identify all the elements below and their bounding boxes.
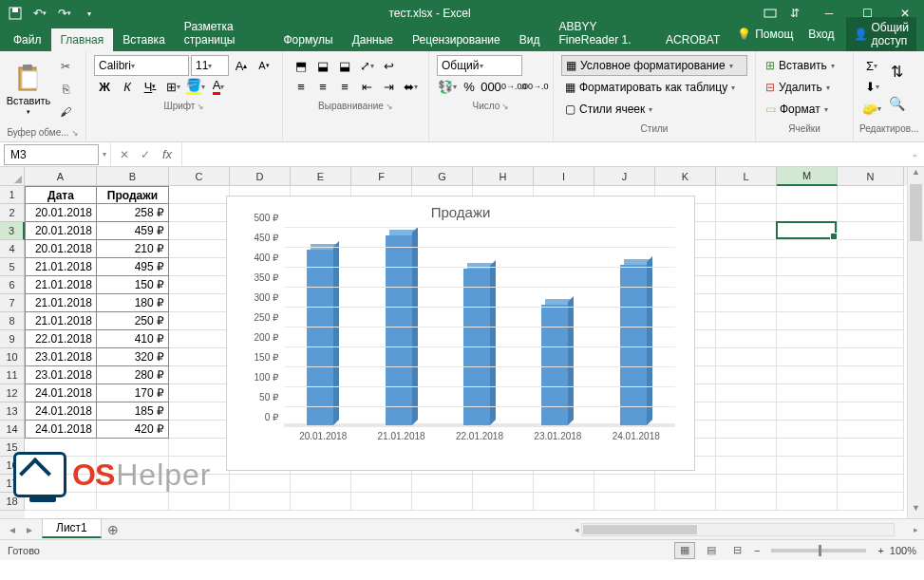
tab-acrobat[interactable]: ACROBAT xyxy=(656,28,729,51)
row-header[interactable]: 4 xyxy=(0,240,25,258)
cell[interactable] xyxy=(838,421,904,439)
cell[interactable] xyxy=(838,222,904,240)
underline-button[interactable]: Ч▾ xyxy=(140,76,160,97)
cut-icon[interactable]: ✂ xyxy=(55,56,76,77)
cell[interactable] xyxy=(716,475,777,493)
cell[interactable]: 20.01.2018 xyxy=(25,240,97,258)
shrink-font-icon[interactable]: A▾ xyxy=(254,55,274,76)
cell[interactable]: Продажи xyxy=(97,186,169,204)
col-header[interactable]: H xyxy=(473,167,534,186)
font-size-combo[interactable]: 11 xyxy=(191,55,229,76)
cell[interactable] xyxy=(716,348,777,366)
row-header[interactable]: 6 xyxy=(0,276,25,294)
col-header[interactable]: C xyxy=(169,167,230,186)
cell[interactable] xyxy=(594,493,655,511)
cell[interactable] xyxy=(473,493,534,511)
cell[interactable] xyxy=(97,439,169,457)
align-left-icon[interactable]: ≡ xyxy=(291,76,311,97)
cell[interactable] xyxy=(716,384,777,402)
row-header[interactable]: 17 xyxy=(0,475,25,493)
row-header[interactable]: 2 xyxy=(0,204,25,222)
row-headers[interactable]: 123456789101112131415161718 xyxy=(0,186,25,518)
cell[interactable] xyxy=(777,366,838,384)
cell[interactable] xyxy=(169,421,230,439)
cell[interactable]: 280 ₽ xyxy=(97,366,169,384)
cell[interactable] xyxy=(777,276,838,294)
cell[interactable] xyxy=(97,493,169,511)
cell[interactable] xyxy=(716,402,777,421)
cell[interactable] xyxy=(169,384,230,402)
cell[interactable] xyxy=(777,439,838,457)
undo-icon[interactable]: ↶▾ xyxy=(28,2,51,25)
cell[interactable]: 20.01.2018 xyxy=(25,204,97,222)
cell[interactable] xyxy=(777,384,838,402)
zoom-in-icon[interactable]: + xyxy=(877,545,883,556)
accounting-icon[interactable]: 💱 xyxy=(437,76,458,97)
cell[interactable] xyxy=(25,493,97,511)
cell[interactable] xyxy=(716,222,777,240)
cell[interactable] xyxy=(838,348,904,366)
cell[interactable]: 250 ₽ xyxy=(97,312,169,330)
tab-file[interactable]: Файл xyxy=(4,28,51,51)
row-header[interactable]: 5 xyxy=(0,258,25,276)
font-color-icon[interactable]: A xyxy=(208,76,229,97)
cell[interactable] xyxy=(838,439,904,457)
cell[interactable] xyxy=(716,276,777,294)
cell[interactable] xyxy=(716,421,777,439)
cell[interactable] xyxy=(838,330,904,348)
page-layout-view-icon[interactable]: ▤ xyxy=(701,542,722,559)
cell[interactable] xyxy=(97,475,169,493)
cell[interactable] xyxy=(716,457,777,475)
fx-icon[interactable]: fx xyxy=(157,147,178,161)
cell[interactable] xyxy=(777,258,838,276)
cell[interactable] xyxy=(777,330,838,348)
cell[interactable]: 23.01.2018 xyxy=(25,366,97,384)
cell[interactable] xyxy=(716,312,777,330)
col-header[interactable]: G xyxy=(412,167,473,186)
sheet-nav-next-icon[interactable]: ▸ xyxy=(21,519,38,539)
qat-customize-icon[interactable]: ▾ xyxy=(78,2,101,25)
cell[interactable]: 23.01.2018 xyxy=(25,348,97,366)
tab-вставка[interactable]: Вставка xyxy=(113,28,175,51)
cell[interactable] xyxy=(716,294,777,312)
cell[interactable] xyxy=(838,384,904,402)
cell[interactable] xyxy=(291,493,351,511)
row-header[interactable]: 16 xyxy=(0,457,25,475)
tab-вид[interactable]: Вид xyxy=(510,28,550,51)
find-select-icon[interactable]: 🔍 xyxy=(886,87,907,120)
cell[interactable] xyxy=(838,294,904,312)
sheet-nav-prev-icon[interactable]: ◂ xyxy=(4,519,21,539)
tell-me[interactable]: 💡 Помощ xyxy=(729,24,801,45)
cell[interactable]: 22.01.2018 xyxy=(25,330,97,348)
cell[interactable] xyxy=(777,204,838,222)
col-header[interactable]: M xyxy=(777,167,838,186)
borders-icon[interactable]: ⊞ xyxy=(162,76,183,97)
cell[interactable] xyxy=(716,240,777,258)
align-center-icon[interactable]: ≡ xyxy=(312,76,333,97)
cell[interactable] xyxy=(838,204,904,222)
cell-styles-button[interactable]: ▢Стили ячеек xyxy=(561,99,747,120)
cell[interactable]: 410 ₽ xyxy=(97,330,169,348)
cell[interactable] xyxy=(412,475,473,493)
cell[interactable] xyxy=(716,186,777,204)
row-header[interactable]: 13 xyxy=(0,402,25,421)
cell[interactable] xyxy=(169,402,230,421)
cell[interactable] xyxy=(716,258,777,276)
cell[interactable] xyxy=(534,493,594,511)
cell[interactable] xyxy=(777,475,838,493)
cell[interactable] xyxy=(534,475,594,493)
cell[interactable] xyxy=(230,493,291,511)
zoom-level[interactable]: 100% xyxy=(890,545,916,556)
indent-increase-icon[interactable]: ⇥ xyxy=(378,76,399,97)
expand-formula-icon[interactable]: ⌄ xyxy=(906,150,924,159)
row-header[interactable]: 15 xyxy=(0,439,25,457)
cell[interactable] xyxy=(97,457,169,475)
col-header[interactable]: E xyxy=(291,167,351,186)
cell[interactable] xyxy=(230,475,291,493)
cell[interactable] xyxy=(169,475,230,493)
cell[interactable] xyxy=(473,475,534,493)
cell[interactable] xyxy=(169,348,230,366)
fill-icon[interactable]: ⬇ xyxy=(861,77,882,98)
cell[interactable] xyxy=(169,222,230,240)
column-headers[interactable]: ABCDEFGHIJKLMN xyxy=(25,167,907,186)
